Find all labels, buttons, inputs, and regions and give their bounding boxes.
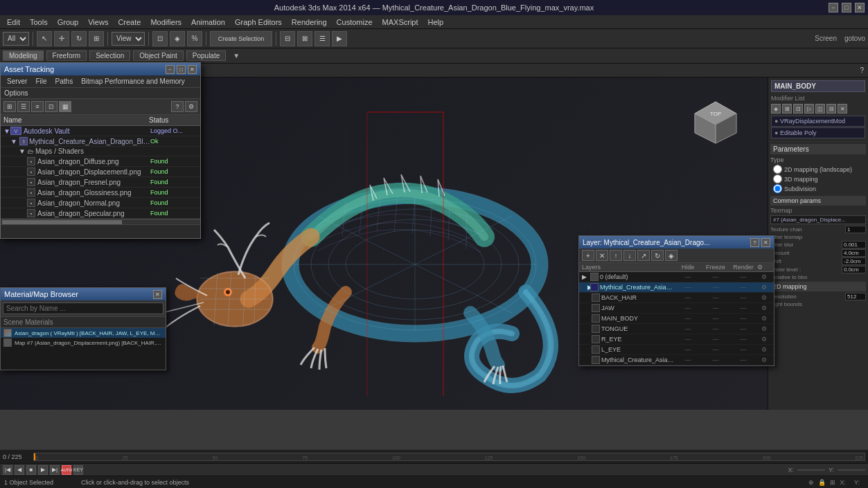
layer-check-mythical-f[interactable] (592, 356, 600, 364)
asset-tb-help[interactable]: ? (171, 101, 184, 112)
layer-check-default[interactable] (590, 273, 599, 281)
layer-settings-default[interactable]: ⚙ (757, 273, 771, 280)
layer-render-jaw[interactable]: — (729, 305, 757, 311)
mod-icon-7[interactable]: ✕ (838, 104, 847, 114)
layer-hide-jaw[interactable]: — (674, 305, 702, 311)
asset-horizontal-scrollbar[interactable] (1, 219, 200, 224)
layer-render-back-hair[interactable]: — (729, 294, 757, 301)
layer-freeze-main-body[interactable]: — (702, 315, 729, 322)
view-dropdown[interactable]: View (112, 32, 145, 46)
help-icon[interactable]: ? (860, 66, 864, 74)
layer-settings-tongue[interactable]: ⚙ (757, 325, 771, 332)
layer-tb-add[interactable]: + (582, 250, 594, 261)
undo-dropdown[interactable]: All (3, 32, 29, 46)
asset-tb-settings[interactable]: ⚙ (185, 101, 197, 112)
layer-tb-highlight[interactable]: ◈ (665, 250, 677, 261)
mod-icon-3[interactable]: ⊡ (793, 104, 803, 114)
menu-edit[interactable]: Edit (3, 17, 24, 27)
mirror-btn[interactable]: ⊟ (280, 31, 295, 46)
layer-render-mythical[interactable]: — (729, 284, 757, 291)
layer-freeze-default[interactable]: — (702, 273, 729, 280)
type-subdivision[interactable]: Subdivision (773, 184, 866, 193)
mat-row-asian-dragon[interactable]: Asian_dragon ( VRayMtl ) [BACK_HAIR, JAW… (1, 328, 166, 338)
type-3d-mapping[interactable]: 3D mapping (773, 174, 866, 183)
asset-tb-list[interactable]: ☰ (17, 101, 30, 112)
next-frame-btn[interactable]: ▶ (38, 465, 48, 475)
layer-expand-default[interactable]: ▶ (582, 273, 590, 280)
filter-blur-input[interactable] (842, 241, 866, 248)
asset-row-diffuse[interactable]: ▪ Asian_dragon_Diffuse.png Found (1, 156, 200, 167)
layer-expand-mythical[interactable]: ▶ (582, 284, 590, 291)
asset-row-specular[interactable]: ▪ Asian_dragon_Specular.png Found (1, 208, 200, 219)
layer-settings-back-hair[interactable]: ⚙ (757, 294, 771, 301)
layer-row-mythical[interactable]: ▶ Mythical_Creature_Asian_Dragon_Blue_Fl… (579, 282, 774, 293)
layer-row-r-eye[interactable]: R_EYE — — — ⚙ (579, 334, 774, 345)
layer-freeze-tongue[interactable]: — (702, 325, 729, 332)
mod-icon-5[interactable]: ◫ (815, 104, 825, 114)
mat-row-map7[interactable]: Map #7 (Asian_dragon_Displacement.png) [… (1, 338, 166, 347)
layer-freeze-l-eye[interactable]: — (702, 346, 729, 353)
amount-input[interactable] (842, 249, 866, 257)
navigation-cube[interactable]: TOP (691, 98, 740, 147)
layer-hide-mythical[interactable]: — (674, 284, 702, 291)
menu-graph-editors[interactable]: Graph Editors (231, 17, 286, 27)
modifier-editable-poly[interactable]: ● Editable Poly (771, 127, 865, 138)
asset-menu-bitmap[interactable]: Bitmap Performance and Memory (78, 77, 188, 86)
material-search-input[interactable] (3, 302, 163, 314)
layer-freeze-mythical[interactable]: — (702, 284, 729, 291)
common-params-title[interactable]: Common params (770, 196, 866, 206)
layer-render-l-eye[interactable]: — (729, 346, 757, 353)
menu-customize[interactable]: Customize (333, 17, 377, 27)
layer-hide-l-eye[interactable]: — (674, 346, 702, 353)
layer-check-jaw[interactable] (592, 304, 600, 312)
layer-render-default[interactable]: — (729, 273, 757, 280)
layer-render-mythical-f[interactable]: — (729, 356, 757, 363)
layer-row-l-eye[interactable]: L_EYE — — — ⚙ (579, 345, 774, 355)
layer-render-tongue[interactable]: — (729, 325, 757, 332)
asset-row-normal[interactable]: ▪ Asian_dragon_Normal.png Found (1, 198, 200, 208)
water-level-input[interactable] (842, 266, 866, 273)
select-tool-btn[interactable]: ↖ (37, 31, 52, 46)
layer-hide-tongue[interactable]: — (674, 325, 702, 332)
layer-tb-select[interactable]: ↗ (637, 250, 650, 261)
mod-icon-4[interactable]: ▷ (804, 104, 814, 114)
asset-row-vault[interactable]: ▼ V Autodesk Vault Logged O... (1, 126, 200, 136)
shift-input[interactable] (842, 257, 866, 265)
layer-freeze-back-hair[interactable]: — (702, 294, 729, 301)
set-key-btn[interactable]: KEY (73, 465, 83, 475)
layer-row-back-hair[interactable]: BACK_HAIR — — — ⚙ (579, 293, 774, 303)
play-btn[interactable]: |◀ (3, 465, 12, 475)
layer-freeze-jaw[interactable]: — (702, 305, 729, 311)
asset-row-glossiness[interactable]: ▪ Asian_dragon_Glossiness.png Found (1, 188, 200, 198)
layer-settings-l-eye[interactable]: ⚙ (757, 346, 771, 353)
layer-help-btn[interactable]: ? (750, 238, 759, 247)
asset-tb-thumb[interactable]: ⊡ (45, 101, 57, 112)
texture-channel-input[interactable] (845, 226, 866, 233)
menu-help[interactable]: Help (424, 17, 448, 27)
layer-hide-mythical-f[interactable]: — (674, 356, 702, 363)
layer-hide-main-body[interactable]: — (674, 315, 702, 322)
layer-check-tongue[interactable] (592, 325, 600, 333)
asset-window-titlebar[interactable]: Asset Tracking − □ ✕ (1, 63, 200, 75)
timeline-scrubber[interactable]: 0 25 50 75 100 125 150 175 200 225 (33, 453, 865, 461)
layer-freeze-mythical-f[interactable]: — (702, 356, 729, 363)
layer-check-r-eye[interactable] (592, 335, 600, 343)
type-2d-mapping[interactable]: 2D mapping (landscape) (773, 165, 866, 174)
snap-toggle-btn[interactable]: ⊡ (152, 31, 168, 46)
rotate-tool-btn[interactable]: ↻ (71, 31, 87, 46)
asset-menu-file[interactable]: File (32, 77, 50, 86)
layer-freeze-r-eye[interactable]: — (702, 336, 729, 343)
render-btn[interactable]: ▶ (332, 31, 347, 46)
layer-hide-back-hair[interactable]: — (674, 294, 702, 301)
layer-settings-r-eye[interactable]: ⚙ (757, 336, 771, 343)
layer-settings-mythical-f[interactable]: ⚙ (757, 356, 771, 363)
mod-icon-6[interactable]: ⊟ (826, 104, 836, 114)
stop-btn[interactable]: ■ (26, 465, 36, 475)
layer-row-mythical-f[interactable]: Mythical_Creature_Asian_Dragon_Blue_F — … (579, 355, 774, 365)
menu-tools[interactable]: Tools (26, 17, 52, 27)
layer-btn[interactable]: ☰ (315, 31, 330, 46)
menu-modifiers[interactable]: Modifiers (146, 17, 186, 27)
close-button[interactable]: ✕ (855, 3, 865, 12)
menu-rendering[interactable]: Rendering (287, 17, 331, 27)
end-btn[interactable]: ▶| (50, 465, 60, 475)
